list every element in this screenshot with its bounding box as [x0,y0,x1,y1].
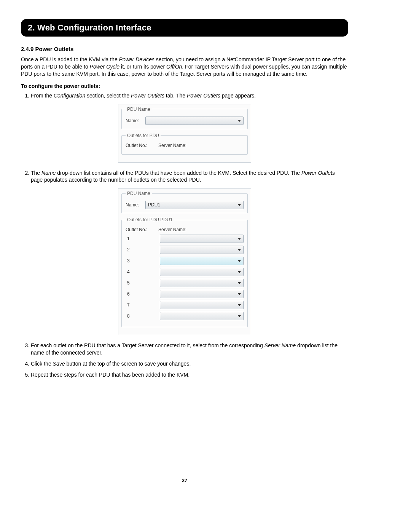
outlet-number: 4 [126,269,155,275]
italic: Configuration [54,93,85,99]
outlet-row: 1 [126,235,244,243]
italic: Server Name [264,342,296,348]
server-name-dropdown[interactable] [160,301,244,309]
name-label: Name: [126,118,141,123]
italic: Name [41,170,56,176]
pdu-name-value: PDU1 [148,202,160,208]
text: drop-down list contains all of the PDUs … [56,170,301,176]
server-name-header: Server Name: [158,227,186,232]
italic: Power Outlets [131,93,164,99]
italic: Power Devices [119,56,155,62]
server-name-dropdown[interactable] [160,312,244,320]
pdu-name-fieldset: PDU Name Name: [121,107,248,129]
chapter-header: 2. Web Configuration Interface [21,19,348,37]
steps-list-a: From the Configuration section, select t… [21,92,348,99]
text: Repeat these steps for each PDU that has… [31,372,190,378]
steps-list-c: For each outlet on the PDU that has a Ta… [21,342,348,379]
outlet-number: 7 [126,302,155,308]
text: Once a PDU is added to the KVM via the [21,56,119,62]
text: Click the [31,361,53,367]
section-title: 2.4.9 Power Outlets [21,46,348,52]
outlet-number: 2 [126,247,155,252]
text: From the [31,93,54,99]
text: page populates according to the number o… [31,177,201,183]
power-outlets-panel-empty: PDU Name Name: Outlets for PDU Outlet No… [118,104,251,163]
outlets-fieldset: Outlets for PDU PDU1 Outlet No.: Server … [121,217,248,327]
server-name-dropdown[interactable] [160,235,244,243]
intro-paragraph: Once a PDU is added to the KVM via the P… [21,56,348,78]
text: The [31,170,41,176]
italic: Save [53,361,65,367]
name-label: Name: [126,202,141,208]
outlet-row: 4 [126,268,244,276]
step-3: For each outlet on the PDU that has a Ta… [31,342,348,356]
italic: Power Outlets [301,170,335,176]
server-name-dropdown[interactable] [160,257,244,265]
power-outlets-panel-populated: PDU Name Name: PDU1 Outlets for PDU PDU1… [118,188,251,335]
outlets-fieldset: Outlets for PDU Outlet No.: Server Name: [121,133,248,155]
text: section, select the [85,93,131,99]
outlet-number: 5 [126,280,155,286]
outlets-legend: Outlets for PDU [126,133,161,138]
outlet-row: 2 [126,246,244,254]
pdu-name-legend: PDU Name [126,107,152,112]
step-5: Repeat these steps for each PDU that has… [31,371,348,379]
pdu-name-dropdown[interactable] [145,117,244,125]
italic: Power Outlets [187,93,220,99]
steps-list-b: The Name drop-down list contains all of … [21,169,348,184]
configure-heading: To configure the power outlets: [21,83,348,89]
text: it, or turn its power [119,64,166,70]
outlets-legend: Outlets for PDU PDU1 [126,217,174,222]
text: tab. The [164,93,187,99]
server-name-header: Server Name: [158,143,186,148]
outlet-number: 1 [126,236,155,241]
pdu-name-dropdown[interactable]: PDU1 [145,201,244,209]
outlet-row: 5 [126,279,244,287]
outlet-number: 8 [126,313,155,319]
step-2: The Name drop-down list contains all of … [31,169,348,184]
outlet-row: 3 [126,257,244,265]
pdu-name-legend: PDU Name [126,191,152,196]
step-4: Click the Save button at the top of the … [31,360,348,367]
server-name-dropdown[interactable] [160,279,244,287]
outlet-row: 8 [126,312,244,320]
server-name-dropdown[interactable] [160,290,244,298]
text: button at the top of the screen to save … [65,361,191,367]
outlet-row: 7 [126,301,244,309]
page-number: 27 [21,478,348,483]
italic: Power Cycle [90,64,120,70]
outlet-number: 6 [126,291,155,297]
outlet-row: 6 [126,290,244,298]
text: page appears. [220,93,256,99]
pdu-name-fieldset: PDU Name Name: PDU1 [121,191,248,213]
outlet-no-header: Outlet No.: [126,227,153,232]
outlet-no-header: Outlet No.: [126,143,153,148]
step-1: From the Configuration section, select t… [31,92,348,99]
text: For each outlet on the PDU that has a Ta… [31,342,264,348]
outlet-number: 3 [126,258,155,264]
server-name-dropdown[interactable] [160,268,244,276]
italic: Off/On [166,64,182,70]
server-name-dropdown[interactable] [160,246,244,254]
